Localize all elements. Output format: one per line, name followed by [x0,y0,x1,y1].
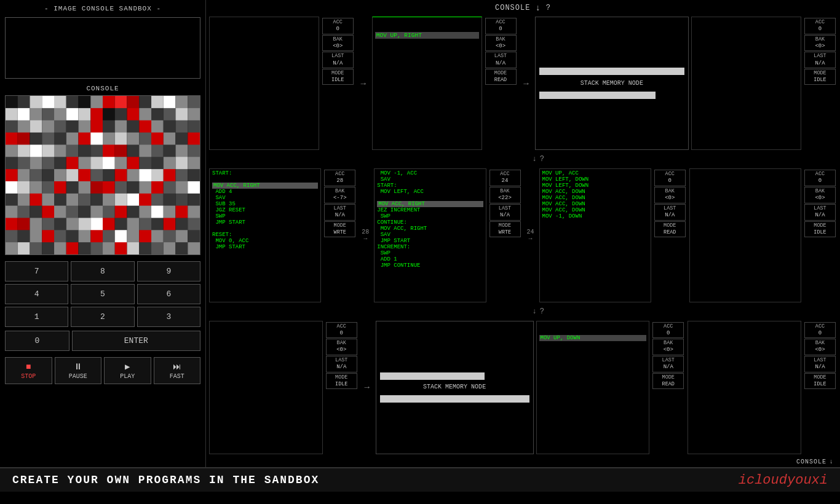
btn-1[interactable]: 1 [5,307,68,327]
btn-4[interactable]: 4 [5,284,68,304]
stop-label: STOP [21,373,36,380]
play-label: PLAY [120,373,135,380]
row3-node4-acc: ACC 0 [804,322,836,339]
row1-node2-title: MOV UP, RIGHT [375,32,479,39]
row3-node4-bak: BAK <0> [804,339,836,355]
left-panel: - IMAGE CONSOLE SANDBOX - CONSOLE 7 8 9 … [0,0,206,467]
row1-stack-bar2 [539,92,656,99]
row3-node3-mode: MODE READ [652,373,684,389]
btn-3[interactable]: 3 [137,307,200,327]
btn-2[interactable]: 2 [71,307,134,327]
stop-button[interactable]: ■ STOP [5,357,52,384]
row2-arrow2-icon: → [528,235,532,242]
pause-icon: ⏸ [74,362,82,372]
connector1: ↓ ? [514,155,683,163]
row1-node4-code [691,17,801,150]
row2-node2-highlight: MOV ACC, RIGHT [377,201,483,207]
numpad: 7 8 9 4 5 6 1 2 3 [5,261,200,327]
row3-node3-code: MOV UP, DOWN [536,321,650,454]
row2-node1-mode: MODE WRTE [324,221,355,237]
row3-node3-bak: BAK <0> [652,339,684,355]
row2-node2-registers: ACC 24 BAK <22> LAST N/A MODE [488,168,522,302]
app-title: - IMAGE CONSOLE SANDBOX - [5,5,200,12]
row3-node3-last: LAST N/A [652,356,684,372]
play-button[interactable]: ▶ PLAY [104,357,151,384]
bottom-banner: CREATE YOUR OWN PROGRAMS IN THE SANDBOX … [0,467,840,492]
row2-node4-bak: BAK <0> [804,187,836,203]
row1-node1-last: LAST N/A [322,52,354,68]
row2-arrow1-val: 28 [362,229,369,235]
fast-button[interactable]: ⏭ FAST [154,357,201,384]
row3-node3-registers: ACC 0 BAK <0> LAST N/A MODE [651,321,685,454]
row2-node1-highlight: MOV ACC, RIGHT [212,183,318,189]
row3-node3-cell: MOV UP, DOWN ACC 0 BAK <0> LAST [536,321,686,454]
row2: START: MOV ACC, RIGHT ADD 4 SAV SUB 35 J… [209,168,837,302]
fast-label: FAST [170,373,184,380]
row1-stack-bar1 [539,68,685,75]
btn-7[interactable]: 7 [5,261,68,282]
row1-node4-registers: ACC 0 BAK <0> LAST N/A MODE [803,17,837,150]
row1: ACC 0 BAK <0> LAST N/A MODE [209,17,837,150]
row2-node4-code [689,168,801,302]
row2-node1-registers: ACC 28 BAK <-7> LAST N/A MODE [323,168,357,302]
enter-button[interactable]: ENTER [72,331,200,351]
row3-arrow1: → [361,321,373,454]
row3-node4-registers: ACC 0 BAK <0> LAST N/A MODE [803,321,837,454]
row2-arrow2: 24 → [525,168,537,302]
enter-row: 0 ENTER [5,331,200,351]
row1-node1-cell: ACC 0 BAK <0> LAST N/A MODE [209,17,355,150]
row1-node4-cell: ACC 0 BAK <0> LAST N/A MODE [691,17,837,150]
btn-8[interactable]: 8 [71,261,134,282]
image-console-box [5,17,200,79]
row2-node1-acc: ACC 28 [324,170,355,186]
connector2-help-icon: ? [540,307,544,316]
row2-node3-cell: MOV UP, ACC MOV LEFT, DOWN MOV LEFT, DOW… [539,168,687,302]
row3-node1-last: LAST N/A [326,356,357,372]
btn-6[interactable]: 6 [137,284,200,304]
brand-text: icloudyouxi [739,473,828,488]
row3-node1-mode: MODE IDLE [326,373,357,389]
connector2-down-arrow-icon: ↓ [533,307,537,316]
row1-node1-acc: ACC 0 [322,18,354,34]
pause-button[interactable]: ⏸ PAUSE [55,357,102,384]
row2-node2-acc: ACC 24 [489,170,521,186]
console-down-arrow-icon: ↓ [535,3,541,13]
row3-stack-bar1 [380,372,485,380]
help-icon: ? [546,4,551,12]
row1-node2-mode: MODE READ [485,69,517,85]
row1-stack-node: STACK MEMORY NODE [535,17,689,150]
row1-node1-bak: BAK <0> [322,35,354,52]
play-icon: ▶ [125,361,130,372]
playback-controls: ■ STOP ⏸ PAUSE ▶ PLAY ⏭ FAST [5,357,200,384]
row2-node2-last: LAST N/A [489,204,521,221]
row2-node4-registers: ACC 0 BAK <0> LAST N/A MODE [803,168,837,302]
row1-node1-registers: ACC 0 BAK <0> LAST N/A MODE [321,17,355,150]
row2-node3-registers: ACC 0 BAK <0> LAST N/A MODE [653,168,687,302]
row3-node4-mode: MODE IDLE [804,373,836,389]
row2-node3-acc: ACC 0 [654,170,686,186]
banner-text: CREATE YOUR OWN PROGRAMS IN THE SANDBOX [12,474,319,486]
main-container: - IMAGE CONSOLE SANDBOX - CONSOLE 7 8 9 … [0,0,840,504]
row3-node1-registers: ACC 0 BAK <0> LAST N/A MODE [325,321,359,454]
row1-node2-last: LAST N/A [485,52,517,68]
row1-arrow1: → [357,17,370,150]
row2-node3-last: LAST N/A [654,204,686,221]
console-header-label: CONSOLE [495,4,530,12]
row2-node3-code: MOV UP, ACC MOV LEFT, DOWN MOV LEFT, DOW… [539,168,651,302]
row1-node4-acc: ACC 0 [804,18,836,34]
btn-5[interactable]: 5 [71,284,134,304]
row1-node2-registers: ACC 0 BAK <0> LAST N/A MODE [484,17,518,150]
btn-9[interactable]: 9 [137,261,200,282]
btn-0[interactable]: 0 [5,331,69,351]
row3-node4-code [687,321,801,454]
row2-node2-cell: MOV -1, ACC SAV START: MOV LEFT, ACC MOV… [374,168,521,302]
row3-node4-last: LAST N/A [804,356,836,372]
row2-node1-cell: START: MOV ACC, RIGHT ADD 4 SAV SUB 35 J… [209,168,357,302]
row2-arrow2-val: 24 [526,229,534,235]
row2-node4-acc: ACC 0 [804,170,836,186]
pixel-canvas [5,95,200,255]
stop-icon: ■ [26,362,31,372]
row3-stack-bar2 [380,395,529,403]
bottom-console: CONSOLE ↓ [209,457,837,467]
row2-node4-cell: ACC 0 BAK <0> LAST N/A MODE [689,168,837,302]
